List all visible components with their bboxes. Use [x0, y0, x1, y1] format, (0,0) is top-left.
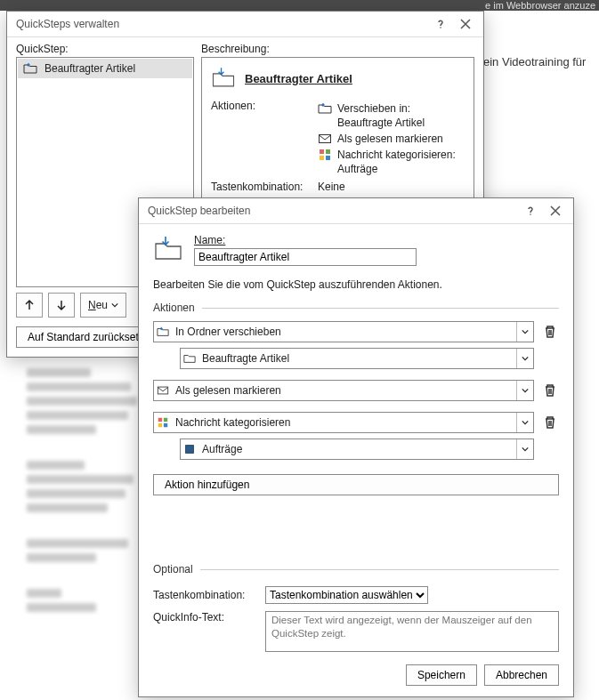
- name-label: Name:: [194, 234, 559, 246]
- quickstep-big-icon: [211, 65, 236, 93]
- close-icon: [460, 19, 471, 29]
- save-button[interactable]: Speichern: [406, 664, 477, 686]
- action-type-select-categorize[interactable]: Nachricht kategorisieren: [153, 412, 534, 433]
- delete-action-button[interactable]: [541, 322, 559, 342]
- quickstep-icon-button[interactable]: [153, 233, 183, 266]
- help-icon: [435, 19, 446, 29]
- help-button[interactable]: [518, 201, 543, 221]
- close-icon: [550, 205, 561, 216]
- desc-action-categorize: Nachricht kategorisieren: Aufträge: [318, 148, 465, 176]
- cancel-button[interactable]: Abbrechen: [484, 664, 559, 686]
- edit-help-text: Bearbeiten Sie die vom QuickStep auszufü…: [153, 278, 559, 291]
- chevron-down-icon[interactable]: [516, 349, 533, 368]
- trash-icon: [543, 415, 557, 430]
- action-type-select-move[interactable]: In Ordner verschieben: [153, 321, 534, 342]
- arrow-down-icon: [55, 299, 68, 311]
- folder-icon: [181, 352, 198, 365]
- edit-quickstep-dialog: QuickStep bearbeiten Name: Bearbeiten Si…: [138, 197, 574, 697]
- trash-icon: [543, 383, 557, 398]
- optional-section-header: Optional: [153, 563, 559, 575]
- move-to-folder-icon: [154, 326, 172, 338]
- description-label: Beschreibung:: [201, 43, 474, 55]
- delete-action-button[interactable]: [541, 381, 559, 400]
- manage-title: QuickSteps verwalten: [16, 18, 428, 30]
- help-button[interactable]: [428, 14, 453, 34]
- background-app-bar: e im Webbrowser anzuze: [0, 0, 599, 11]
- name-input[interactable]: [194, 248, 417, 266]
- manage-titlebar: QuickSteps verwalten: [7, 12, 483, 37]
- action-category-select[interactable]: Aufträge: [180, 439, 534, 460]
- help-icon: [525, 205, 536, 216]
- delete-action-button[interactable]: [541, 413, 559, 432]
- close-button[interactable]: [453, 14, 478, 34]
- new-quickstep-button[interactable]: Neu: [80, 293, 126, 318]
- edit-titlebar: QuickStep bearbeiten: [139, 198, 573, 224]
- move-up-button[interactable]: [16, 293, 43, 318]
- chevron-down-icon[interactable]: [516, 322, 533, 342]
- categories-icon: [154, 416, 172, 429]
- edit-title: QuickStep bearbeiten: [148, 205, 518, 217]
- move-down-button[interactable]: [48, 293, 75, 318]
- categories-icon: [318, 148, 332, 162]
- desc-action-read: Als gelesen markieren: [318, 132, 465, 146]
- chevron-down-icon[interactable]: [516, 381, 533, 400]
- envelope-icon: [318, 132, 332, 146]
- quickinfo-textarea[interactable]: Dieser Text wird angezeigt, wenn der Mau…: [265, 611, 559, 652]
- quickstep-item-label: Beauftragter Artikel: [45, 62, 135, 75]
- actions-section-header: Aktionen: [153, 302, 559, 314]
- background-blurred-list: [27, 347, 142, 617]
- arrow-up-icon: [23, 299, 36, 311]
- desc-action-move: Verschieben in: Beauftragte Artikel: [318, 101, 465, 130]
- add-action-button[interactable]: Aktion hinzufügen: [153, 474, 559, 495]
- desc-shortcut-label: Tastenkombination:: [211, 181, 318, 193]
- action-folder-select[interactable]: Beauftragte Artikel: [180, 348, 534, 369]
- trash-icon: [543, 325, 557, 339]
- chevron-down-icon: [111, 302, 118, 309]
- quickstep-list-item[interactable]: Beauftragter Artikel: [18, 59, 192, 78]
- action-type-select-read[interactable]: Als gelesen markieren: [153, 380, 534, 401]
- shortcut-label: Tastenkombination:: [153, 589, 260, 601]
- envelope-icon: [154, 384, 172, 397]
- quickstep-list-label: QuickStep:: [16, 43, 194, 55]
- chevron-down-icon[interactable]: [516, 439, 533, 459]
- desc-actions-label: Aktionen:: [211, 100, 318, 112]
- chevron-down-icon[interactable]: [516, 413, 533, 432]
- shortcut-select[interactable]: Tastenkombination auswählen: [265, 586, 428, 604]
- quickinfo-label: QuickInfo-Text:: [153, 611, 260, 624]
- category-blue-icon: [181, 443, 198, 455]
- move-to-folder-icon: [318, 101, 332, 116]
- description-title: Beauftragter Artikel: [245, 72, 352, 85]
- desc-shortcut-value: Keine: [318, 181, 465, 193]
- new-label: eu: [96, 299, 108, 311]
- move-to-folder-icon: [23, 61, 37, 76]
- close-button[interactable]: [543, 201, 568, 221]
